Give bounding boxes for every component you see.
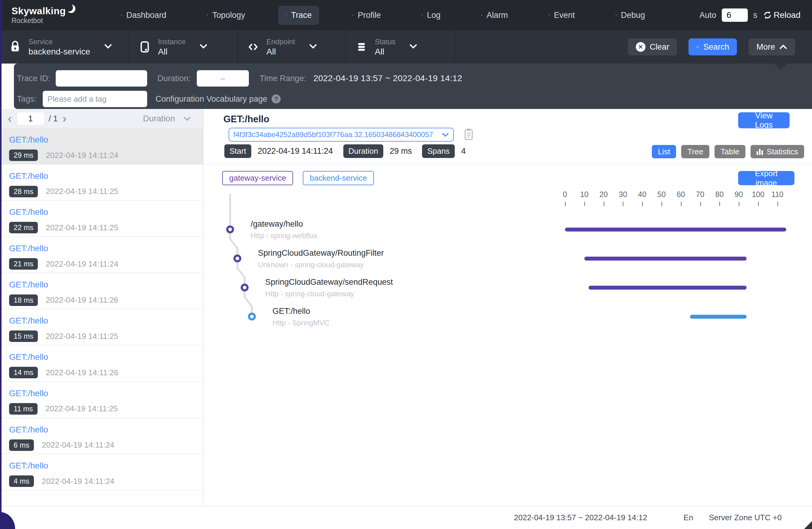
nav-item-label: Topology: [212, 11, 245, 20]
page-next-button[interactable]: ›: [63, 113, 67, 124]
status-selector[interactable]: Status All: [346, 30, 455, 63]
trace-item-title[interactable]: GET:/hello: [9, 316, 203, 326]
trace-item-title[interactable]: GET:/hello: [9, 461, 203, 471]
reload-button[interactable]: Reload: [763, 10, 800, 20]
endpoint-icon: [246, 40, 260, 54]
vocabulary-link[interactable]: Configuration Vocabulary page: [156, 94, 267, 104]
trace-item-title[interactable]: GET:/hello: [9, 352, 203, 362]
sort-label: Duration: [143, 114, 175, 123]
clear-icon: ✕: [636, 42, 646, 52]
nav-menu-item[interactable]: Debug: [608, 6, 652, 25]
duration-input[interactable]: [197, 70, 249, 87]
chevron-down-icon: [409, 44, 417, 50]
span-gantt-canvas: /gateway/helloHttp - spring-webfluxSprin…: [204, 109, 812, 381]
trace-list-item[interactable]: GET:/hello 28 ms 2022-04-19 14:11:25: [0, 165, 203, 201]
trace-list-item[interactable]: GET:/hello 11 ms 2022-04-19 14:11:25: [0, 382, 203, 418]
brand-logo[interactable]: Skywalking Rocketbot: [12, 6, 77, 24]
trace-list-item[interactable]: GET:/hello 22 ms 2022-04-19 14:11:25: [0, 201, 203, 237]
span-node-icon[interactable]: [241, 283, 249, 291]
left-edge-strip: [0, 0, 1, 529]
nav-item-label: Profile: [358, 11, 381, 20]
nav-item-label: Dashboard: [126, 11, 166, 20]
trace-item-title[interactable]: GET:/hello: [9, 207, 203, 217]
page-prev-button[interactable]: ‹: [8, 113, 12, 124]
trace-list-item[interactable]: GET:/hello 6 ms 2022-04-19 14:11:24: [0, 418, 203, 455]
span-node-icon[interactable]: [248, 313, 256, 321]
footer-time-range[interactable]: 2022-04-19 13:57 ~ 2022-04-19 14:12: [514, 513, 647, 522]
page-number-input[interactable]: [17, 112, 44, 125]
trace-id-label: Trace ID:: [17, 74, 50, 83]
nav-item-dot-icon: [421, 15, 423, 16]
auto-interval-input[interactable]: [722, 9, 748, 22]
auto-unit: s: [753, 11, 757, 20]
clear-button[interactable]: ✕ Clear: [628, 39, 677, 55]
nav-item-dot-icon: [207, 15, 208, 16]
trace-item-duration-badge: 15 ms: [9, 330, 38, 342]
trace-list-item[interactable]: GET:/hello 15 ms 2022-04-19 14:11:25: [0, 309, 203, 346]
endpoint-selector[interactable]: Endpoint All: [238, 30, 346, 63]
more-button[interactable]: More: [749, 39, 795, 55]
skywalking-trace-page: Skywalking Rocketbot Dashboard: [0, 0, 812, 529]
trace-list-item[interactable]: GET:/hello 14 ms 2022-04-19 14:11:26: [0, 346, 203, 382]
span-duration-bar[interactable]: [565, 227, 786, 232]
service-value: backend-service: [28, 46, 90, 57]
language-switch[interactable]: En: [684, 513, 693, 522]
more-label: More: [756, 42, 775, 52]
span-duration-bar[interactable]: [690, 315, 746, 319]
service-selector[interactable]: Service backend-service: [0, 30, 130, 63]
trace-item-title[interactable]: GET:/hello: [9, 135, 203, 145]
chevron-down-icon: [309, 44, 317, 50]
nav-menu-item[interactable]: Log: [414, 6, 448, 25]
resize-corner-icon: [804, 521, 812, 529]
trace-item-title[interactable]: GET:/hello: [9, 244, 203, 253]
top-navbar: Skywalking Rocketbot Dashboard: [0, 0, 812, 30]
trace-list-item[interactable]: GET:/hello 4 ms 2022-04-19 14:11:24: [0, 454, 203, 490]
tags-input[interactable]: [43, 91, 147, 107]
instance-selector[interactable]: Instance All: [130, 30, 238, 63]
nav-menu-item[interactable]: Event: [541, 6, 582, 25]
span-duration-bar[interactable]: [584, 256, 746, 261]
endpoint-value: All: [266, 46, 295, 57]
trace-list-header: ‹ / 1 › Duration: [0, 109, 203, 128]
trace-item-timestamp: 2022-04-19 14:11:26: [46, 295, 118, 305]
trace-list-item[interactable]: GET:/hello 21 ms 2022-04-19 14:11:24: [0, 237, 203, 273]
span-duration-bar[interactable]: [589, 286, 746, 290]
trace-item-duration-badge: 21 ms: [9, 258, 38, 270]
trace-item-title[interactable]: GET:/hello: [9, 425, 203, 435]
nav-menu-item[interactable]: Alarm: [474, 6, 515, 25]
server-zone[interactable]: Server Zone UTC +0: [709, 513, 782, 522]
reload-icon: [763, 10, 772, 20]
trace-item-title[interactable]: GET:/hello: [9, 388, 203, 398]
duration-label: Duration:: [157, 74, 191, 83]
trace-item-duration-badge: 6 ms: [9, 439, 34, 451]
crescent-moon-icon: [65, 3, 77, 16]
filter-actions: ✕ Clear Search More: [628, 30, 812, 63]
trace-detail-panel: GET:/hello View Logs f4f3f3c34abe4252a89…: [204, 109, 812, 506]
nav-menu-item[interactable]: Trace: [278, 6, 319, 25]
trace-item-title[interactable]: GET:/hello: [9, 280, 203, 290]
trace-id-input[interactable]: [56, 70, 147, 87]
trace-item-timestamp: 2022-04-19 14:11:25: [46, 223, 118, 232]
trace-list-item[interactable]: GET:/hello 18 ms 2022-04-19 14:11:26: [0, 273, 203, 310]
trace-item-duration-badge: 18 ms: [9, 294, 38, 306]
search-button[interactable]: Search: [688, 39, 737, 55]
span-node-icon[interactable]: [233, 254, 241, 262]
nav-item-dot-icon: [615, 15, 617, 16]
tags-label: Tags:: [17, 94, 37, 104]
nav-menu-item[interactable]: Profile: [345, 6, 389, 25]
span-node-icon[interactable]: [226, 225, 234, 233]
nav-menu-item[interactable]: Dashboard: [114, 6, 173, 25]
chevron-up-icon: [779, 44, 787, 49]
trace-item-duration-badge: 11 ms: [9, 403, 38, 415]
status-label: Status: [375, 37, 395, 46]
sort-dropdown[interactable]: Duration: [143, 114, 195, 123]
nav-menu-item[interactable]: Topology: [200, 6, 252, 25]
time-range-value[interactable]: 2022-04-19 13:57 ~ 2022-04-19 14:12: [313, 74, 462, 83]
trace-list-item[interactable]: GET:/hello 29 ms 2022-04-19 14:11:24: [0, 128, 203, 165]
chevron-down-icon: [104, 44, 112, 50]
trace-item-title[interactable]: GET:/hello: [9, 171, 203, 181]
nav-item-label: Trace: [291, 11, 311, 20]
help-icon[interactable]: ?: [272, 94, 281, 103]
brand-name: Skywalking: [12, 6, 66, 16]
trace-item-duration-badge: 4 ms: [9, 475, 34, 487]
